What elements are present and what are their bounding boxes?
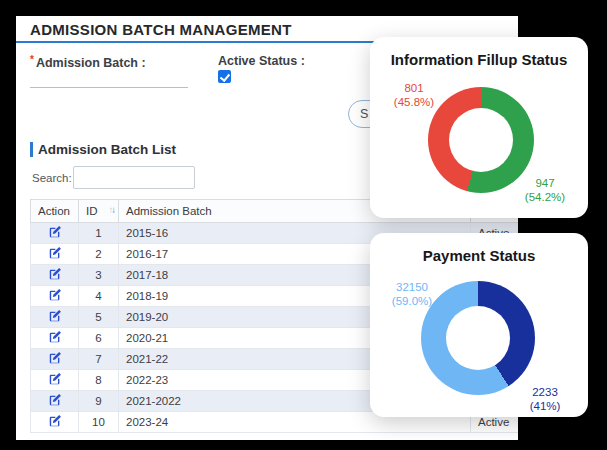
header-id[interactable]: ID↑↓: [79, 200, 119, 223]
slice-value: 2233: [513, 385, 577, 399]
row-id: 7: [79, 349, 119, 370]
edit-icon: [48, 246, 62, 260]
edit-icon: [48, 288, 62, 302]
search-label: Search:: [32, 172, 72, 184]
header-action: Action: [31, 200, 79, 223]
info-fillup-title: Information Fillup Status: [370, 51, 588, 68]
edit-button[interactable]: [48, 372, 62, 386]
edit-icon: [48, 267, 62, 281]
row-id: 6: [79, 328, 119, 349]
section-accent-bar: [30, 142, 33, 157]
list-title: Admission Batch List: [38, 142, 176, 157]
donut-hole: [449, 108, 513, 172]
info-not-filled-label: 801 (45.8%): [382, 81, 446, 109]
edit-icon: [48, 309, 62, 323]
row-id: 4: [79, 286, 119, 307]
row-id: 3: [79, 265, 119, 286]
row-id: 9: [79, 391, 119, 412]
edit-icon: [48, 414, 62, 428]
edit-button[interactable]: [48, 246, 62, 260]
edit-button[interactable]: [48, 309, 62, 323]
header-id-label: ID: [86, 205, 98, 217]
sort-down-icon: ↓: [111, 204, 114, 215]
edit-icon: [48, 225, 62, 239]
search-input[interactable]: [73, 166, 195, 189]
info-fillup-card: Information Fillup Status 801 (45.8%) 94…: [370, 37, 588, 218]
payment-paid-label: 32150 (59.0%): [380, 280, 444, 308]
slice-pct: (41%): [513, 399, 577, 413]
row-id: 2: [79, 244, 119, 265]
slice-value: 801: [382, 81, 446, 95]
edit-button[interactable]: [48, 330, 62, 344]
screen: ADMISSION BATCH MANAGEMENT *Admission Ba…: [0, 0, 607, 450]
slice-pct: (45.8%): [382, 95, 446, 109]
edit-button[interactable]: [48, 267, 62, 281]
slice-pct: (54.2%): [513, 190, 577, 204]
row-id: 8: [79, 370, 119, 391]
edit-icon: [48, 393, 62, 407]
sort-icon[interactable]: ↑↓: [109, 204, 115, 215]
active-status-label: Active Status :: [218, 54, 305, 68]
edit-button[interactable]: [48, 225, 62, 239]
payment-status-card: Payment Status 32150 (59.0%) 2233 (41%): [370, 233, 588, 417]
slice-pct: (59.0%): [380, 294, 444, 308]
row-id: 1: [79, 223, 119, 244]
edit-icon: [48, 351, 62, 365]
info-filled-label: 947 (54.2%): [513, 176, 577, 204]
required-asterisk: *: [30, 54, 34, 65]
active-status-checkbox[interactable]: [218, 70, 231, 83]
admission-batch-input[interactable]: [30, 68, 188, 88]
edit-button[interactable]: [48, 351, 62, 365]
slice-value: 947: [513, 176, 577, 190]
payment-status-title: Payment Status: [370, 247, 588, 264]
edit-button[interactable]: [48, 393, 62, 407]
donut-hole: [446, 306, 510, 370]
edit-icon: [48, 372, 62, 386]
row-id: 10: [79, 412, 119, 433]
page-title: ADMISSION BATCH MANAGEMENT: [30, 21, 292, 38]
edit-button[interactable]: [48, 414, 62, 428]
edit-button[interactable]: [48, 288, 62, 302]
payment-due-label: 2233 (41%): [513, 385, 577, 413]
row-id: 5: [79, 307, 119, 328]
slice-value: 32150: [380, 280, 444, 294]
list-header: Admission Batch List: [30, 142, 176, 157]
edit-icon: [48, 330, 62, 344]
